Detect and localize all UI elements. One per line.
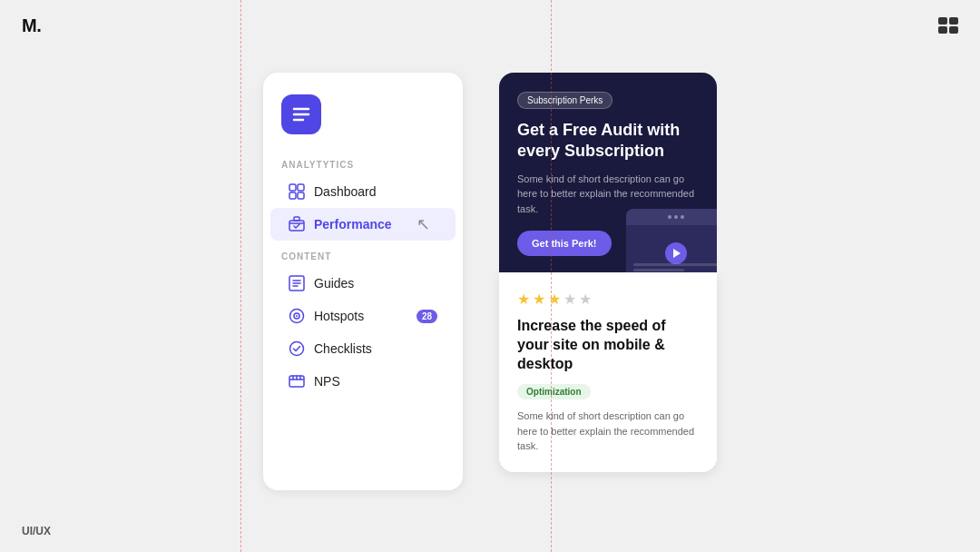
browser-content-lines	[633, 263, 717, 272]
star-4: ★	[564, 291, 576, 308]
svg-rect-3	[949, 26, 958, 34]
svg-point-13	[296, 315, 298, 317]
browser-dot-1	[668, 215, 671, 219]
nps-icon	[289, 373, 305, 389]
guides-icon	[289, 275, 305, 291]
subscription-cta-button[interactable]: Get this Perk!	[517, 231, 612, 256]
analytics-section-label: ANALYTYTICS	[263, 160, 463, 170]
main-content: ANALYTYTICS Dashboard Performance ↖	[0, 51, 980, 519]
layout-toggle-icon[interactable]	[938, 17, 958, 34]
sidebar-item-checklists[interactable]: Checklists	[270, 332, 456, 365]
dashboard-icon	[289, 183, 305, 200]
top-bar: M.	[0, 0, 980, 51]
guide-line-left	[240, 0, 241, 552]
subscription-title: Get a Free Audit with every Subscription	[517, 120, 699, 163]
svg-rect-5	[298, 184, 304, 191]
optimization-badge: Optimization	[517, 384, 591, 399]
sidebar-logo	[281, 94, 321, 134]
cursor-pointer: ↖	[416, 214, 430, 234]
performance-label: Performance	[314, 217, 392, 232]
logo-icon	[290, 104, 312, 125]
sidebar-item-hotspots[interactable]: Hotspots 28	[270, 300, 456, 332]
performance-card: ★ ★ ★ ★ ★ Increase the speed of your sit…	[499, 272, 717, 472]
hotspots-badge: 28	[416, 310, 437, 323]
guides-label: Guides	[314, 276, 354, 291]
svg-rect-0	[938, 17, 947, 25]
hotspots-label: Hotspots	[314, 309, 364, 323]
content-section-label: CONTENT	[263, 251, 463, 261]
browser-mockup	[626, 209, 717, 272]
browser-line-1	[633, 263, 717, 266]
performance-card-title: Increase the speed of your site on mobil…	[517, 317, 699, 373]
browser-line-2	[633, 269, 684, 271]
sidebar-panel: ANALYTYTICS Dashboard Performance ↖	[263, 73, 463, 490]
performance-card-description: Some kind of short description can go he…	[517, 409, 699, 454]
svg-point-14	[290, 342, 304, 356]
guide-line-mid	[551, 0, 552, 552]
performance-icon	[289, 216, 305, 232]
svg-rect-7	[298, 192, 304, 199]
right-panel: Subscription Perks Get a Free Audit with…	[499, 73, 717, 472]
sidebar-item-nps[interactable]: NPS	[270, 365, 456, 398]
svg-rect-9	[294, 217, 299, 221]
subscription-card: Subscription Perks Get a Free Audit with…	[499, 73, 717, 272]
sidebar-item-performance[interactable]: Performance ↖	[270, 208, 456, 241]
app-logo: M.	[22, 15, 41, 36]
browser-dot-3	[681, 215, 684, 219]
bottom-label-prefix: UI/	[22, 525, 35, 537]
star-1: ★	[517, 291, 530, 308]
browser-top-bar	[626, 209, 717, 225]
star-rating: ★ ★ ★ ★ ★	[517, 291, 699, 308]
svg-rect-2	[938, 26, 947, 34]
sidebar-item-dashboard[interactable]: Dashboard	[270, 175, 456, 208]
play-button	[665, 242, 687, 264]
subscription-badge: Subscription Perks	[517, 92, 612, 109]
checklists-label: Checklists	[314, 341, 372, 356]
svg-rect-6	[289, 192, 296, 199]
bottom-label: UI/UX	[22, 525, 51, 537]
bottom-label-suffix: UX	[35, 525, 51, 537]
svg-rect-1	[949, 17, 958, 25]
play-triangle-icon	[673, 249, 681, 258]
browser-dot-2	[674, 215, 678, 219]
svg-rect-8	[289, 221, 304, 231]
sidebar-item-guides[interactable]: Guides	[270, 267, 456, 300]
hotspots-icon	[289, 308, 305, 324]
dashboard-label: Dashboard	[314, 184, 377, 199]
nps-label: NPS	[314, 374, 340, 389]
star-5: ★	[579, 291, 592, 308]
svg-rect-4	[289, 184, 296, 191]
star-2: ★	[533, 291, 545, 308]
checklists-icon	[289, 340, 305, 357]
